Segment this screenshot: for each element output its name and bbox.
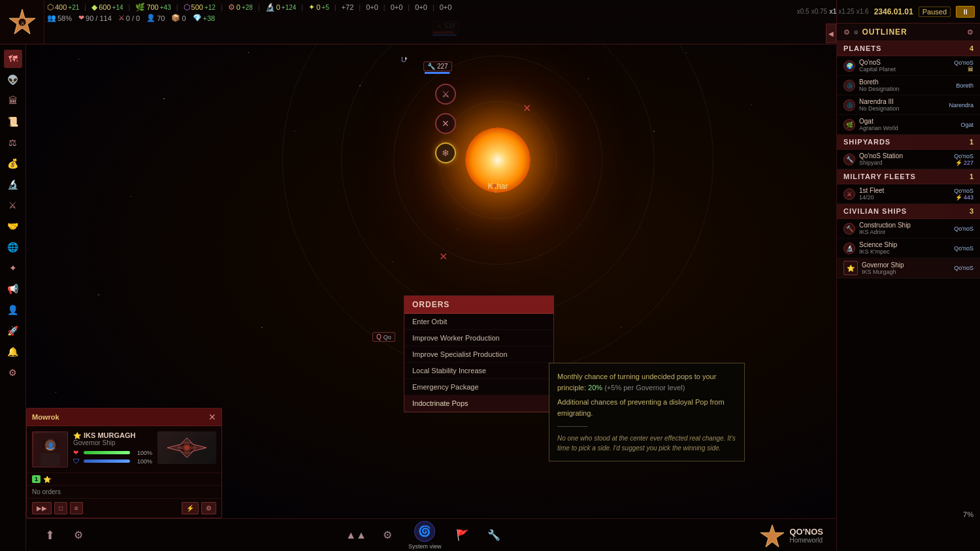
sidebar-icon-edicts[interactable]: 📢 bbox=[4, 280, 22, 298]
sidebar-icon-notifications[interactable]: 🔔 bbox=[4, 342, 22, 361]
hp-value: 100% bbox=[133, 450, 152, 456]
shipyard-info: Qo'noS Station Shipyard bbox=[859, 152, 950, 166]
map-ship-1[interactable]: ⚔ bbox=[435, 84, 456, 105]
order-indoctrinate[interactable]: Indoctrinate Pops bbox=[404, 395, 553, 412]
sidebar-icon-settings[interactable]: ⚙ bbox=[4, 363, 22, 382]
stat-pops: ❤ 90 / 114 bbox=[78, 14, 112, 22]
sidebar-icon-map[interactable]: 🗺 bbox=[4, 50, 22, 68]
shipyard-qonos[interactable]: 🔧 Qo'noS Station Shipyard Qo'noS ⚡ 227 bbox=[837, 150, 980, 169]
planet-boreth-location: Boreth bbox=[956, 82, 973, 89]
ship-governor-info: Governor Ship IKS Murgagh bbox=[862, 261, 950, 275]
governor-orders-button[interactable]: ≡ bbox=[70, 502, 83, 514]
shipyards-count: 1 bbox=[970, 138, 973, 146]
hp-icon: ❤ bbox=[73, 449, 81, 456]
shipyard-right: Qo'noS ⚡ 227 bbox=[954, 153, 973, 166]
map-close-2[interactable]: ✕ bbox=[439, 250, 448, 263]
planet-qonos[interactable]: 🌍 Qo'noS Capital Planet Qo'noS 🏛 bbox=[837, 56, 980, 76]
outliner-toggle[interactable]: ◀ bbox=[826, 24, 836, 43]
map-close-1[interactable]: ✕ bbox=[523, 102, 531, 114]
fleet-qo[interactable]: Q Qo bbox=[372, 332, 395, 342]
outliner-options[interactable]: ⚙ bbox=[967, 28, 973, 37]
system-view-button[interactable]: 🌀 System view bbox=[408, 521, 442, 550]
sidebar-icon-economy[interactable]: 💰 bbox=[4, 154, 22, 173]
governor-orders: No orders bbox=[27, 485, 221, 498]
planet-narendra[interactable]: 🌑 Narendra III No Designation Narendra bbox=[837, 95, 980, 115]
bottom-center: ▲▲ ⚙ 🌀 System view 🚩 🔧 bbox=[346, 521, 504, 550]
shipyard-power: ⚡ 227 bbox=[954, 159, 973, 166]
view-icon-tools[interactable]: 🔧 bbox=[483, 525, 504, 546]
sidebar-icon-policies[interactable]: 📜 bbox=[4, 112, 22, 131]
order-emergency[interactable]: Emergency Package bbox=[404, 379, 553, 395]
percent-display: 7% bbox=[836, 510, 980, 518]
ship-construction[interactable]: 🔨 Construction Ship IKS Adrinr Qo'noS bbox=[837, 219, 980, 239]
map-ship-selected[interactable]: ❄ bbox=[435, 142, 456, 163]
sidebar-icon-military[interactable]: ⚔ bbox=[4, 196, 22, 214]
ship-science-info: Science Ship IKS K'mpec bbox=[859, 241, 950, 255]
orders-menu-header: ORDERS bbox=[404, 296, 553, 314]
view-icon-flag[interactable]: 🚩 bbox=[452, 525, 473, 546]
klingon-ship-svg bbox=[161, 435, 213, 461]
governor-detail-button[interactable]: ⚡ bbox=[182, 502, 199, 514]
section-military[interactable]: MILITARY FLEETS 1 bbox=[837, 169, 980, 184]
homeworld-name: QO'NOS bbox=[789, 527, 823, 537]
ship-construction-icon: 🔨 bbox=[843, 223, 855, 235]
order-improve-specialist[interactable]: Improve Specialist Production bbox=[404, 346, 553, 363]
view-icon-settings[interactable]: ⚙ bbox=[68, 525, 89, 546]
section-planets[interactable]: PLANETS 4 bbox=[837, 41, 980, 56]
tooltip-stat-value: 20% bbox=[588, 384, 602, 392]
governor-close-button[interactable]: ✕ bbox=[208, 412, 216, 422]
sidebar-icon-leaders[interactable]: 👤 bbox=[4, 301, 22, 319]
pause-button[interactable]: ⏸ bbox=[956, 6, 975, 18]
planet-qonos-location: Qo'noS 🏛 bbox=[954, 59, 973, 73]
planet-qonos-name: Qo'noS bbox=[859, 59, 950, 66]
governor-right-buttons: ⚡ ⚙ bbox=[182, 502, 216, 514]
governor-options-button[interactable]: ⚙ bbox=[201, 502, 216, 514]
stat-approval: 👥 58% bbox=[47, 14, 72, 22]
section-shipyards[interactable]: SHIPYARDS 1 bbox=[837, 135, 980, 150]
left-sidebar: 🗺 👽 🏛 📜 ⚖ 💰 🔬 ⚔ 🤝 🌐 ✦ 📢 👤 🚀 🔔 ⚙ bbox=[0, 44, 26, 551]
map-planet-small[interactable] bbox=[493, 184, 497, 188]
fleet-1st-icon: ⚔ bbox=[843, 188, 855, 200]
sidebar-icon-factions[interactable]: ⚖ bbox=[4, 133, 22, 152]
fleet-227[interactable]: 🔧 227 bbox=[423, 61, 452, 74]
order-local-stability[interactable]: Local Stability Increase bbox=[404, 363, 553, 379]
fleet-1st-power: ⚡ 443 bbox=[954, 194, 973, 201]
planet-narendra-icon: 🌑 bbox=[843, 99, 855, 111]
governor-move-button[interactable]: ▶▶ bbox=[32, 502, 52, 514]
resource-influence: +72 bbox=[342, 3, 354, 11]
civilian-count: 3 bbox=[970, 207, 973, 215]
governor-name: Mowrok bbox=[32, 413, 59, 421]
governor-ship-type: Governor Ship bbox=[73, 439, 152, 446]
empire-logo-svg: ⚔ bbox=[7, 7, 38, 38]
sidebar-icon-government[interactable]: 🏛 bbox=[4, 92, 22, 110]
system-view-label: System view bbox=[408, 543, 442, 550]
homeworld-info[interactable]: QO'NOS Homeworld bbox=[760, 524, 823, 547]
shipyard-sub: Shipyard bbox=[859, 159, 950, 166]
order-improve-worker[interactable]: Improve Worker Production bbox=[404, 330, 553, 346]
planet-boreth[interactable]: 🌑 Boreth No Designation Boreth bbox=[837, 76, 980, 95]
section-civilian[interactable]: CIVILIAN SHIPS 3 bbox=[837, 204, 980, 219]
sidebar-icon-research[interactable]: 🔬 bbox=[4, 175, 22, 193]
view-icon-map2[interactable]: ⚙ bbox=[377, 525, 398, 546]
ship-governor[interactable]: ⭐ Governor Ship IKS Murgagh Qo'noS bbox=[837, 258, 980, 278]
map-planet-tiny[interactable] bbox=[495, 191, 497, 193]
ship-science-name: Science Ship bbox=[859, 241, 950, 248]
svg-text:👤: 👤 bbox=[46, 442, 54, 450]
view-icon-rally[interactable]: ▲▲ bbox=[346, 525, 367, 546]
sidebar-icon-fleets[interactable]: 🚀 bbox=[4, 322, 22, 340]
planet-ogat[interactable]: 🌿 Ogat Agrarian World Ogat bbox=[837, 115, 980, 135]
sidebar-icon-species[interactable]: 👽 bbox=[4, 71, 22, 89]
governor-panel-header: Mowrok ✕ bbox=[27, 409, 221, 426]
order-enter-orbit[interactable]: Enter Orbit bbox=[404, 314, 553, 330]
ship-science[interactable]: 🔬 Science Ship IKS K'mpec Qo'noS bbox=[837, 239, 980, 258]
sidebar-icon-diplomacy[interactable]: 🤝 bbox=[4, 217, 22, 235]
governor-stop-button[interactable]: □ bbox=[54, 502, 67, 514]
sidebar-icon-federation[interactable]: 🌐 bbox=[4, 238, 22, 256]
map-ship-2[interactable]: ✕ bbox=[435, 113, 456, 134]
planet-qonos-info: Qo'noS Capital Planet bbox=[859, 59, 950, 73]
view-icon-scroll[interactable]: ⬆ bbox=[39, 525, 60, 546]
resource-minerals: ◆ 600 +14 bbox=[91, 3, 123, 12]
empire-logo[interactable]: ⚔ bbox=[0, 0, 44, 44]
sidebar-icon-traditions[interactable]: ✦ bbox=[4, 259, 22, 277]
fleet-1st[interactable]: ⚔ 1st Fleet 14/20 Qo'noS ⚡ 443 bbox=[837, 184, 980, 204]
